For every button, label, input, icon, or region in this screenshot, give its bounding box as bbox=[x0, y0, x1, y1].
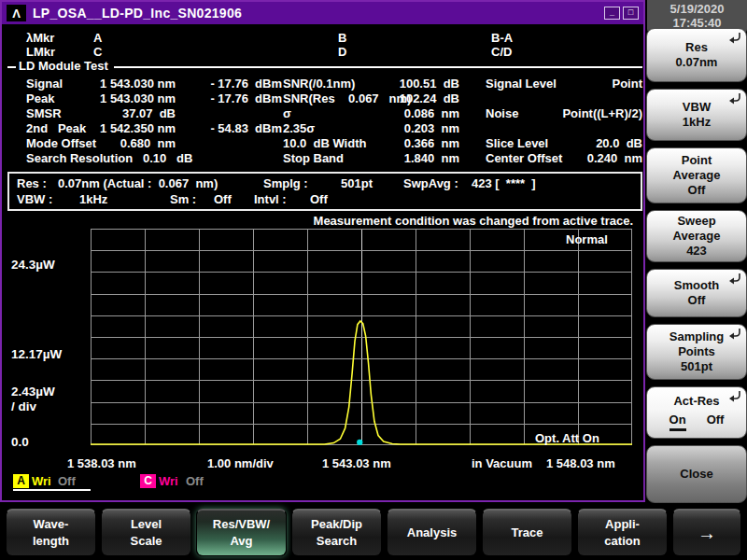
meas-value: 1 543.030 nm bbox=[52, 91, 176, 105]
trace-a-state: Off bbox=[58, 474, 76, 488]
notice-message: Measurement condition was changed from a… bbox=[0, 214, 644, 228]
more-menus-button[interactable]: → bbox=[672, 509, 741, 556]
window-title: LP_OSA__LD-PD_Inc_SN021906 bbox=[33, 6, 242, 21]
softkey-point-average[interactable]: PointAverageOff bbox=[646, 147, 747, 203]
trace-c-badge[interactable]: C bbox=[140, 474, 156, 488]
maximize-button[interactable]: □ bbox=[623, 7, 639, 20]
softkey-panel: Res0.07nm VBW1kHz PointAverageOff SweepA… bbox=[646, 28, 747, 503]
trace-mode-label: Normal bbox=[566, 232, 608, 246]
meas-label: 2.35σ bbox=[283, 121, 315, 135]
date-text: 5/19/2020 bbox=[647, 2, 747, 16]
measurement-row: SMSR 37.07 dB σ 0.086 nm Noise Point((L+… bbox=[0, 106, 648, 121]
softkey-res[interactable]: Res0.07nm bbox=[646, 28, 747, 82]
x-axis-scale-label: 1.00 nm/div bbox=[207, 456, 274, 470]
marker-b: B bbox=[338, 31, 346, 45]
sweep-settings-box: Res : 0.07nm (Actual : 0.067 nm) Smplg :… bbox=[7, 172, 642, 211]
res-label: Res : bbox=[17, 176, 47, 190]
meas-value: 100.51 dB bbox=[370, 77, 459, 91]
softkey-smooth[interactable]: SmoothOff bbox=[646, 269, 747, 317]
swpavg-value: 423 [ **** ] bbox=[472, 176, 536, 190]
tab-trace[interactable]: Trace bbox=[482, 509, 572, 556]
submenu-arrow-icon bbox=[728, 92, 741, 108]
x-axis-start-label: 1 538.03 nm bbox=[67, 456, 136, 470]
opt-att-label: Opt. Att On bbox=[535, 431, 599, 445]
meas-power: - 17.76 dBm bbox=[177, 91, 282, 105]
meas-label: SNR(/0.1nm) bbox=[283, 77, 355, 91]
meas-label: Noise bbox=[486, 106, 518, 120]
lambda-marker-label: λMkr bbox=[26, 31, 54, 45]
marker-c: C bbox=[93, 45, 102, 59]
softkey-sampling-points[interactable]: SamplingPoints501pt bbox=[646, 324, 747, 380]
meas-value: 20.0 dB bbox=[517, 136, 642, 150]
spectrum-plot bbox=[91, 229, 632, 445]
x-axis-center-label: 1 543.03 nm bbox=[322, 456, 391, 470]
section-title: LD Module Test bbox=[19, 59, 108, 73]
measurement-row: Search Resolution 0.10 dB Stop Band 1.84… bbox=[0, 151, 648, 166]
act-res-on-option[interactable]: On bbox=[669, 413, 686, 431]
x-axis-medium-label: in Vacuum bbox=[472, 456, 532, 470]
tab-level-scale[interactable]: LevelScale bbox=[101, 509, 191, 556]
meas-value: Point bbox=[517, 77, 642, 91]
x-axis-stop-label: 1 548.03 nm bbox=[546, 456, 615, 470]
y-axis-top-label: 24.3µW bbox=[11, 258, 55, 272]
sm-label: Sm : bbox=[170, 192, 196, 206]
trace-c-state: Off bbox=[186, 474, 204, 488]
submenu-arrow-icon bbox=[728, 273, 741, 288]
window-controls: _ □ bbox=[604, 7, 639, 20]
level-marker-label: LMkr bbox=[26, 45, 55, 59]
meas-label: σ bbox=[283, 106, 291, 120]
meas-label: 10.0 dB Width bbox=[283, 136, 366, 150]
minimize-button[interactable]: _ bbox=[604, 7, 620, 20]
trace-a-mode: Wri bbox=[32, 474, 51, 488]
softkey-close[interactable]: Close bbox=[646, 445, 747, 503]
tab-application[interactable]: Appli-cation bbox=[577, 509, 668, 556]
smplg-value: 501pt bbox=[341, 176, 373, 190]
meas-value: 0.680 nm bbox=[52, 136, 176, 150]
marker-d: D bbox=[338, 45, 346, 59]
meas-value: 0.086 nm bbox=[370, 106, 459, 120]
right-arrow-icon: → bbox=[698, 525, 716, 541]
measurement-row: 2nd Peak 1 542.350 nm - 54.83 dBm 2.35σ … bbox=[0, 121, 648, 136]
intvl-value: Off bbox=[310, 192, 328, 206]
meas-value: 0.240 nm bbox=[517, 151, 642, 165]
meas-power: - 54.83 dBm bbox=[177, 121, 282, 135]
meas-label: Stop Band bbox=[283, 151, 344, 165]
y-axis-bottom-label: 0.0 bbox=[11, 435, 29, 449]
section-line-right bbox=[114, 66, 642, 68]
tab-peak-dip-search[interactable]: Peak/DipSearch bbox=[291, 509, 382, 556]
meas-value: 0.203 nm bbox=[370, 121, 459, 135]
tab-analysis[interactable]: Analysis bbox=[387, 509, 477, 556]
meas-value: 1 543.030 nm bbox=[52, 77, 176, 91]
measurement-row: Peak 1 543.030 nm - 17.76 dBm SNR(Res 0.… bbox=[0, 91, 648, 106]
vbw-label: VBW : bbox=[17, 192, 52, 206]
meas-value: 102.24 dB bbox=[370, 91, 459, 105]
vendor-logo-icon: Λ bbox=[7, 5, 26, 21]
softkey-act-res[interactable]: Act-Res On Off bbox=[646, 386, 747, 439]
act-res-off-option[interactable]: Off bbox=[707, 413, 725, 431]
lambda-marker-row: λMkr A B B-A bbox=[0, 31, 645, 46]
tab-wavelength[interactable]: Wave-length bbox=[6, 509, 96, 556]
tab-res-vbw-avg[interactable]: Res/VBW/Avg bbox=[196, 509, 287, 556]
meas-label: Peak bbox=[26, 91, 54, 105]
smplg-label: Smplg : bbox=[263, 176, 308, 190]
y-axis-per-div-suffix: / div bbox=[11, 399, 36, 413]
vbw-value: 1kHz bbox=[79, 192, 107, 206]
softkey-vbw[interactable]: VBW1kHz bbox=[646, 89, 747, 141]
y-axis-mid-label: 12.17µW bbox=[11, 347, 62, 361]
sm-value: Off bbox=[214, 192, 232, 206]
submenu-arrow-icon bbox=[728, 390, 741, 406]
trace-a-active-underline bbox=[13, 489, 91, 491]
marker-c-over-d: C/D bbox=[491, 45, 512, 59]
meas-value: 1.840 nm bbox=[370, 151, 459, 165]
softkey-sweep-average[interactable]: SweepAverage423 bbox=[646, 210, 747, 262]
meas-power: - 17.76 dBm bbox=[177, 77, 282, 91]
titlebar: Λ LP_OSA__LD-PD_Inc_SN021906 _ □ bbox=[2, 2, 643, 24]
trace-a-badge[interactable]: A bbox=[13, 474, 29, 488]
meas-value: 1 542.350 nm bbox=[52, 121, 176, 135]
meas-value: 37.07 dB bbox=[52, 106, 176, 120]
submenu-arrow-icon bbox=[728, 32, 741, 48]
section-line-left bbox=[7, 66, 16, 68]
res-value: 0.07nm (Actual : 0.067 nm) bbox=[58, 176, 218, 190]
marker-b-minus-a: B-A bbox=[491, 31, 513, 45]
intvl-label: Intvl : bbox=[254, 192, 287, 206]
